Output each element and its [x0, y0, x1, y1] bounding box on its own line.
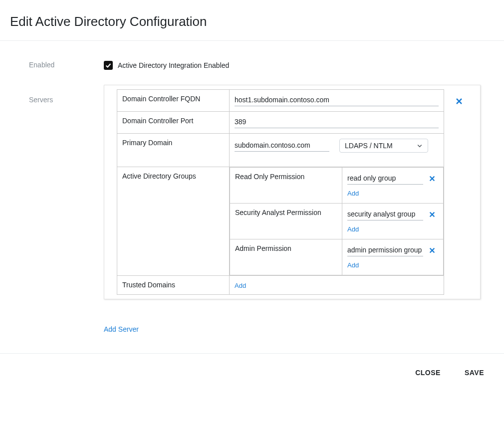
server-card: Domain Controller FQDN Domain Controller… — [104, 85, 481, 299]
save-button[interactable]: SAVE — [463, 366, 486, 380]
chevron-down-icon — [417, 143, 423, 149]
groups-table: Read Only Permission — [230, 167, 444, 275]
enabled-checkbox-wrap: Active Directory Integration Enabled — [104, 56, 489, 70]
group-analyst-row: Security Analyst Permission — [230, 204, 444, 239]
add-server-link[interactable]: Add Server — [104, 325, 139, 333]
group-admin-label: Admin Permission — [230, 239, 342, 275]
auth-type-select[interactable]: LDAPS / NTLM — [339, 139, 428, 153]
group-analyst-add-link[interactable]: Add — [347, 225, 359, 233]
group-admin-remove-button[interactable] — [426, 244, 438, 256]
groups-label: Active Directory Groups — [117, 167, 230, 276]
group-admin-add-link[interactable]: Add — [347, 261, 359, 269]
primary-domain-row: Primary Domain LDAPS / NTLM — [117, 134, 444, 167]
close-icon — [429, 211, 436, 218]
group-admin-row: Admin Permission — [230, 239, 444, 275]
group-analyst-label: Security Analyst Permission — [230, 204, 342, 239]
group-read-input[interactable] — [347, 173, 423, 185]
trusted-domains-row: Trusted Domains Add — [117, 276, 444, 295]
enabled-checkbox[interactable] — [104, 61, 113, 70]
groups-row: Active Directory Groups Read Only Permis… — [117, 167, 444, 276]
footer-actions: CLOSE SAVE — [0, 353, 504, 392]
port-label: Domain Controller Port — [117, 112, 230, 134]
trusted-domains-label: Trusted Domains — [117, 276, 230, 295]
server-remove-button[interactable] — [453, 95, 465, 107]
group-analyst-input[interactable] — [347, 209, 423, 220]
check-icon — [105, 62, 112, 69]
group-read-add-link[interactable]: Add — [347, 190, 359, 197]
port-row: Domain Controller Port — [117, 112, 444, 134]
group-admin-input[interactable] — [347, 245, 423, 256]
server-config-table: Domain Controller FQDN Domain Controller… — [117, 89, 444, 295]
group-read-label: Read Only Permission — [230, 168, 342, 204]
servers-row-label: Servers — [29, 85, 104, 104]
fqdn-label: Domain Controller FQDN — [117, 90, 230, 112]
group-analyst-remove-button[interactable] — [426, 209, 438, 220]
primary-domain-input[interactable] — [235, 140, 329, 152]
page-header: Edit Active Directory Configuration — [0, 0, 504, 40]
page-title: Edit Active Directory Configuration — [10, 14, 504, 29]
close-button[interactable]: CLOSE — [413, 366, 443, 380]
close-icon — [429, 175, 436, 182]
auth-type-selected-label: LDAPS / NTLM — [345, 142, 393, 150]
enabled-row: Enabled Active Directory Integration Ena… — [29, 56, 489, 70]
content-area: Enabled Active Directory Integration Ena… — [0, 41, 504, 333]
trusted-domains-add-link[interactable]: Add — [235, 282, 246, 289]
fqdn-row: Domain Controller FQDN — [117, 90, 444, 112]
fqdn-input[interactable] — [235, 95, 439, 106]
close-icon — [429, 247, 436, 254]
primary-domain-label: Primary Domain — [117, 134, 230, 167]
enabled-checkbox-label: Active Directory Integration Enabled — [118, 61, 229, 69]
enabled-row-label: Enabled — [29, 56, 104, 69]
port-input[interactable] — [235, 117, 439, 128]
close-icon — [455, 97, 463, 105]
page-root: Edit Active Directory Configuration Enab… — [0, 0, 504, 429]
servers-row: Servers Domain Controller FQDN — [29, 85, 489, 333]
group-read-remove-button[interactable] — [426, 173, 438, 185]
group-read-row: Read Only Permission — [230, 168, 444, 204]
